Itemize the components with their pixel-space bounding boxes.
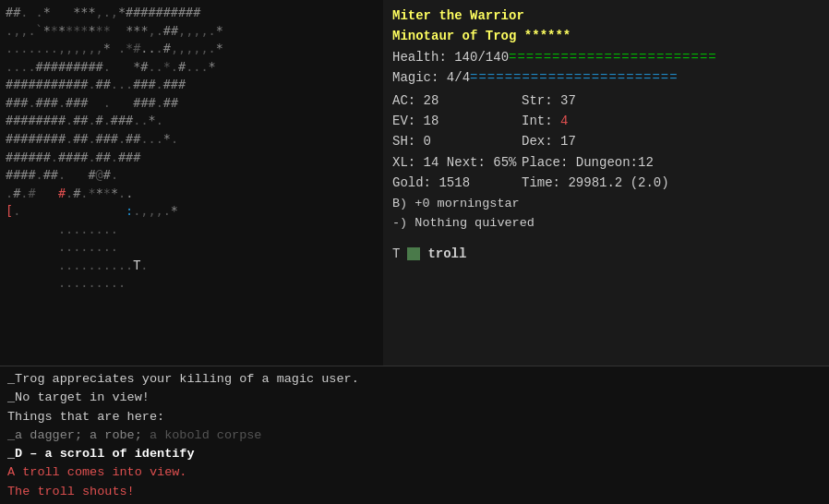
gold-value: Gold: 1518	[392, 173, 522, 193]
sh-dex-line: SH: 0 Dex: 17	[392, 131, 820, 151]
mp-bar: ========================	[470, 67, 679, 88]
player-name-line: Miter the Warrior	[392, 6, 820, 26]
message-log: _Trog appreciates your killing of a magi…	[0, 366, 829, 504]
dex-value: Dex: 17	[522, 131, 576, 151]
health-label: Health: 140/140	[392, 47, 509, 67]
monster-icon	[407, 247, 420, 260]
ev-value: EV: 18	[392, 111, 522, 131]
xl-place-line: XL: 14 Next: 65% Place: Dungeon:12	[392, 152, 820, 173]
status-panel: Miter the Warrior Minotaur of Trog *****…	[383, 0, 829, 366]
xl-value: XL: 14 Next: 65%	[392, 152, 522, 173]
msg-troll-shout: The troll shouts!	[7, 485, 135, 498]
msg-items: _a dagger; a robe; a kobold corpse	[7, 428, 261, 442]
health-line: Health: 140/140 ========================	[392, 47, 820, 67]
msg-line-1: _Trog appreciates your killing of a magi…	[7, 370, 822, 389]
time-value: Time: 29981.2 (2.0)	[522, 173, 669, 193]
hp-bar: ========================	[509, 47, 717, 67]
msg-line-2: _No target in view!	[7, 389, 822, 407]
monster-letter: T	[392, 246, 400, 261]
msg-line-6: A troll comes into view.	[7, 463, 822, 482]
monster-area: T troll	[392, 246, 820, 261]
quiver-line: -) Nothing quivered	[392, 213, 820, 234]
ac-value: AC: 28	[392, 90, 522, 111]
game-container: ##. .* ***,.,*########## .,,.`********* …	[0, 0, 829, 504]
int-label: Int: 4	[522, 111, 568, 131]
map-display: ##. .* ***,.,*########## .,,.`********* …	[6, 4, 378, 293]
player-name: Miter the Warrior	[392, 6, 524, 26]
ev-int-line: EV: 18 Int: 4	[392, 111, 820, 131]
magic-line: Magic: 4/4 ========================	[392, 67, 820, 88]
msg-line-4: _a dagger; a robe; a kobold corpse	[7, 426, 822, 445]
main-area: ##. .* ***,.,*########## .,,.`********* …	[0, 0, 829, 366]
species-god: Minotaur of Trog ******	[392, 26, 571, 46]
ac-str-line: AC: 28 Str: 37	[392, 90, 820, 111]
msg-line-3: Things that are here:	[7, 408, 822, 426]
monster-name: troll	[427, 246, 466, 261]
msg-troll-view: A troll comes into view.	[7, 465, 186, 479]
place-value: Place: Dungeon:12	[522, 152, 654, 173]
str-value: Str: 37	[522, 90, 576, 111]
magic-label: Magic: 4/4	[392, 67, 470, 88]
sh-value: SH: 0	[392, 131, 522, 151]
species-god-line: Minotaur of Trog ******	[392, 26, 820, 46]
gold-time-line: Gold: 1518 Time: 29981.2 (2.0)	[392, 173, 820, 193]
int-value: 4	[560, 114, 568, 128]
weapon-line: B) +0 morningstar	[392, 194, 820, 214]
msg-line-7: The troll shouts!	[7, 483, 822, 501]
msg-line-5: _D – a scroll of identify	[7, 445, 822, 463]
game-map: ##. .* ***,.,*########## .,,.`********* …	[0, 0, 383, 366]
msg-scroll: _D – a scroll of identify	[7, 447, 195, 461]
